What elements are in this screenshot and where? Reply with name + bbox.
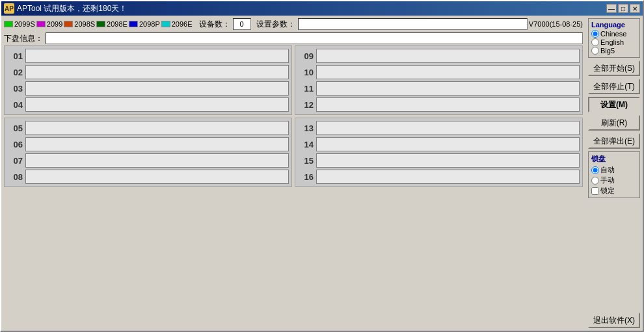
slot-group-3: 09 10 11 12 xyxy=(295,45,583,115)
slot-row-12: 12 xyxy=(298,97,580,112)
radio-label-auto: 自动 xyxy=(600,165,615,175)
slot-number-12: 12 xyxy=(298,100,314,110)
slot-input-02[interactable] xyxy=(25,65,289,79)
window-title: APTool 试用版本，还剩180天！ xyxy=(17,3,127,14)
slot-number-16: 16 xyxy=(298,172,314,182)
slot-row-03: 03 xyxy=(7,81,289,96)
legend-2096e: 2096E xyxy=(161,20,193,28)
legend-2098p: 2098P xyxy=(129,20,160,28)
slot-input-05[interactable] xyxy=(25,121,289,135)
radio-auto-lock[interactable] xyxy=(591,166,599,174)
radio-row-chinese[interactable]: Chinese xyxy=(591,30,637,38)
slot-group-1: 01 02 03 04 xyxy=(4,45,292,115)
device-count-input[interactable] xyxy=(233,18,251,30)
slot-row-05: 05 xyxy=(7,121,289,135)
slot-row-11: 11 xyxy=(298,81,580,96)
legend-color-2099 xyxy=(36,21,46,27)
lock-checkbox-label: 锁定 xyxy=(600,186,615,196)
start-all-button[interactable]: 全部开始(S) xyxy=(588,60,640,76)
version-label: V7000(15-08-25) xyxy=(529,20,583,28)
stop-all-button[interactable]: 全部停止(T) xyxy=(588,79,640,94)
lock-group-title: 锁盘 xyxy=(591,154,637,164)
device-count-label: 设备数： xyxy=(199,19,230,30)
close-button[interactable]: ✕ xyxy=(630,4,640,13)
legend-label-2096e: 2096E xyxy=(172,20,193,28)
title-bar-left: AP APTool 试用版本，还剩180天！ xyxy=(4,3,127,14)
language-group: Language Chinese English Big5 xyxy=(588,18,640,58)
slot-input-08[interactable] xyxy=(25,170,289,184)
refresh-button[interactable]: 刷新(R) xyxy=(588,115,640,131)
slot-input-10[interactable] xyxy=(316,65,580,79)
slot-input-13[interactable] xyxy=(316,121,580,135)
lock-group: 锁盘 自动 手动 锁定 xyxy=(588,151,640,198)
settings-params-input[interactable] xyxy=(298,18,528,30)
device-count-section: 设备数： xyxy=(199,18,251,30)
slot-input-03[interactable] xyxy=(25,81,289,96)
radio-manual-lock[interactable] xyxy=(591,177,599,185)
radio-label-manual: 手动 xyxy=(600,175,615,185)
minimize-button[interactable]: — xyxy=(606,4,617,13)
radio-row-big5[interactable]: Big5 xyxy=(591,47,637,55)
legend-color-2096e xyxy=(161,21,170,27)
left-slots-column: 01 02 03 04 xyxy=(4,45,292,328)
title-bar: AP APTool 试用版本，还剩180天！ — □ ✕ xyxy=(1,1,643,16)
slot-input-06[interactable] xyxy=(25,137,289,151)
radio-chinese[interactable] xyxy=(591,30,599,38)
slot-input-01[interactable] xyxy=(25,49,289,63)
slot-row-08: 08 xyxy=(7,170,289,184)
slot-input-14[interactable] xyxy=(316,137,580,151)
slot-input-15[interactable] xyxy=(316,153,580,168)
slot-group-2: 05 06 07 08 xyxy=(4,118,292,187)
radio-label-english: English xyxy=(600,38,624,46)
slot-number-01: 01 xyxy=(7,51,23,61)
slot-row-10: 10 xyxy=(298,65,580,79)
slot-row-06: 06 xyxy=(7,137,289,151)
radio-big5[interactable] xyxy=(591,47,599,55)
slot-number-14: 14 xyxy=(298,140,314,149)
slot-row-16: 16 xyxy=(298,170,580,184)
status-input[interactable] xyxy=(46,32,583,44)
legend-label-2098s: 2098S xyxy=(74,20,95,28)
radio-label-chinese: Chinese xyxy=(600,30,626,38)
legend-2099s: 2099S xyxy=(4,20,35,28)
slot-row-09: 09 xyxy=(298,49,580,63)
right-slots-column: 09 10 11 12 xyxy=(295,45,583,328)
slot-number-10: 10 xyxy=(298,68,314,77)
slot-number-09: 09 xyxy=(298,51,314,61)
slot-input-11[interactable] xyxy=(316,81,580,96)
slot-row-13: 13 xyxy=(298,121,580,135)
slot-input-12[interactable] xyxy=(316,97,580,112)
legend-label-2098e: 2098E xyxy=(107,20,127,28)
slot-row-15: 15 xyxy=(298,153,580,168)
slot-number-07: 07 xyxy=(7,156,23,166)
lock-checkbox[interactable] xyxy=(591,187,599,195)
slot-number-13: 13 xyxy=(298,123,314,133)
maximize-button[interactable]: □ xyxy=(618,4,628,13)
settings-button[interactable]: 设置(M) xyxy=(588,97,640,112)
legend-color-2098e xyxy=(96,21,105,27)
eject-all-button[interactable]: 全部弹出(E) xyxy=(588,133,640,149)
slot-input-16[interactable] xyxy=(316,170,580,184)
exit-button[interactable]: 退出软件(X) xyxy=(588,313,640,328)
radio-row-manual[interactable]: 手动 xyxy=(591,175,637,185)
slot-row-14: 14 xyxy=(298,137,580,151)
content-area: 2099S 2099 2098S 2098E 2098P xyxy=(1,16,643,331)
legend-color-2098p xyxy=(129,21,138,27)
checkbox-row-lock[interactable]: 锁定 xyxy=(591,186,637,196)
language-group-title: Language xyxy=(591,21,637,29)
radio-row-auto[interactable]: 自动 xyxy=(591,165,637,175)
legend-label-2098p: 2098P xyxy=(139,20,160,28)
slot-number-11: 11 xyxy=(298,84,314,94)
legend-label-2099s: 2099S xyxy=(14,20,35,28)
slot-number-06: 06 xyxy=(7,140,23,149)
slot-input-04[interactable] xyxy=(25,97,289,112)
slot-number-15: 15 xyxy=(298,156,314,166)
radio-row-english[interactable]: English xyxy=(591,38,637,46)
status-label: 下盘信息： xyxy=(4,33,43,44)
slot-input-07[interactable] xyxy=(25,153,289,168)
status-row: 下盘信息： xyxy=(4,32,583,44)
radio-english[interactable] xyxy=(591,38,599,46)
slot-input-09[interactable] xyxy=(316,49,580,63)
slot-number-02: 02 xyxy=(7,68,23,77)
title-buttons: — □ ✕ xyxy=(606,4,640,13)
